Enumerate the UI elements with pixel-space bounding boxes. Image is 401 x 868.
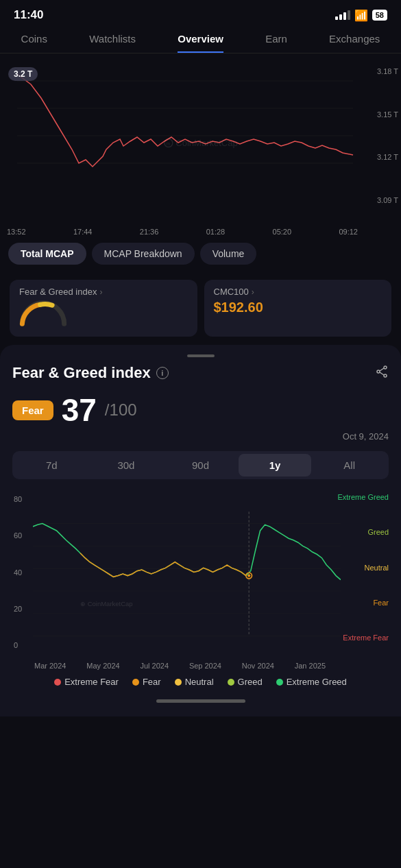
- fg-title-text: Fear & Greed index: [12, 364, 151, 382]
- chart-y-label-1: 3.18 T: [377, 67, 398, 75]
- cmc100-card[interactable]: CMC100 › $192.60: [204, 280, 392, 337]
- x-label-1: 17:44: [73, 228, 93, 236]
- chart-toggle-buttons: Total MCAP MCAP Breakdown Volume: [0, 236, 401, 272]
- score-row: Fear 37 /100: [12, 391, 389, 429]
- tab-watchlists[interactable]: Watchlists: [89, 33, 136, 53]
- price-chart-area: 3.2 T 3.18 T 3.15 T 3.12 T 3.09 T m Coin…: [0, 60, 401, 225]
- home-bar: [156, 699, 245, 703]
- cmc100-chevron-icon: ›: [252, 287, 254, 297]
- legend-label-extreme-greed: Extreme Greed: [287, 677, 347, 687]
- info-icon[interactable]: i: [156, 367, 169, 379]
- tab-1y[interactable]: 1y: [239, 454, 312, 477]
- svg-text:m: m: [166, 141, 170, 145]
- drag-handle[interactable]: [187, 354, 215, 357]
- cmc100-label: CMC100 ›: [214, 287, 382, 297]
- x-label-5: 09:12: [339, 228, 358, 236]
- svg-line-10: [380, 372, 384, 375]
- legend-dot-fear: [132, 679, 139, 686]
- label-greed: Greed: [327, 528, 389, 536]
- svg-point-7: [377, 370, 380, 373]
- legend-dot-extreme-fear: [54, 679, 61, 686]
- svg-point-19: [247, 574, 250, 577]
- time-range-tabs: 7d 30d 90d 1y All: [12, 451, 389, 479]
- label-neutral: Neutral: [327, 564, 389, 572]
- fg-x-1: May 2024: [86, 662, 119, 670]
- tab-90d[interactable]: 90d: [164, 454, 237, 477]
- label-fear: Fear: [327, 599, 389, 607]
- share-icon[interactable]: [375, 365, 389, 382]
- price-chart-svg: [7, 60, 363, 204]
- legend-greed: Greed: [228, 677, 263, 687]
- chart-y-label-2: 3.15 T: [377, 110, 398, 119]
- legend-dot-greed: [228, 679, 234, 686]
- chart-y-label-4: 3.09 T: [377, 196, 398, 204]
- price-chart-section: 3.2 T 3.18 T 3.15 T 3.12 T 3.09 T m Coin…: [0, 53, 401, 345]
- legend-label-extreme-fear: Extreme Fear: [64, 677, 119, 687]
- chart-legend: Extreme Fear Fear Neutral Greed Extreme …: [12, 677, 389, 687]
- legend-neutral: Neutral: [175, 677, 214, 687]
- fg-preview-label: Fear & Greed index ›: [19, 287, 188, 297]
- gauge-svg: [19, 300, 67, 327]
- label-extreme-greed: Extreme Greed: [327, 493, 389, 501]
- tab-overview[interactable]: Overview: [178, 33, 223, 53]
- wifi-icon: 📶: [354, 9, 368, 22]
- tab-coins[interactable]: Coins: [21, 33, 47, 53]
- fg-x-0: Mar 2024: [34, 662, 66, 670]
- fg-y-20: 20: [14, 605, 34, 613]
- fg-y-0: 0: [14, 641, 34, 649]
- x-label-0: 13:52: [7, 228, 26, 236]
- status-time: 11:40: [14, 8, 43, 22]
- fg-index-header: Fear & Greed index i: [12, 364, 389, 382]
- score-max: /100: [105, 400, 137, 420]
- chart-y-labels: 3.18 T 3.15 T 3.12 T 3.09 T: [377, 60, 398, 225]
- fg-x-labels: Mar 2024 May 2024 Jul 2024 Sep 2024 Nov …: [33, 662, 327, 670]
- tab-7d[interactable]: 7d: [15, 454, 88, 477]
- volume-button[interactable]: Volume: [200, 243, 257, 265]
- fg-right-labels: Extreme Greed Greed Neutral Fear Extreme…: [327, 492, 389, 643]
- fg-y-60: 60: [14, 531, 34, 540]
- fg-preview-card[interactable]: Fear & Greed index ›: [10, 280, 197, 337]
- total-mcap-button[interactable]: Total MCAP: [8, 243, 86, 265]
- fg-chart-svg: ⊕ CoinMarketCap: [33, 492, 341, 656]
- watermark: m CoinMarketCap: [163, 138, 237, 148]
- tab-all[interactable]: All: [313, 454, 386, 477]
- chart-value-label: 3.2 T: [8, 67, 38, 81]
- fear-badge: Fear: [12, 400, 53, 420]
- fg-y-labels: 80 60 40 20 0: [14, 492, 34, 670]
- svg-line-9: [380, 368, 384, 371]
- svg-point-6: [384, 366, 387, 369]
- fg-preview-row: Fear & Greed index › CMC100 › $192.60: [0, 272, 401, 345]
- fg-x-4: Nov 2024: [242, 662, 274, 670]
- fg-chart-container: 80 60 40 20 0: [12, 492, 389, 670]
- fg-title-container: Fear & Greed index i: [12, 364, 169, 382]
- fg-x-3: Sep 2024: [189, 662, 221, 670]
- legend-extreme-fear: Extreme Fear: [54, 677, 119, 687]
- legend-fear: Fear: [132, 677, 161, 687]
- nav-tabs: Coins Watchlists Overview Earn Exchanges: [0, 27, 401, 53]
- status-icons: 📶 58: [335, 9, 387, 22]
- signal-icon: [335, 10, 350, 20]
- mcap-breakdown-button[interactable]: MCAP Breakdown: [92, 243, 195, 265]
- fg-x-5: Jan 2025: [295, 662, 326, 670]
- legend-label-fear: Fear: [143, 677, 161, 687]
- x-label-4: 05:20: [273, 228, 292, 236]
- fg-y-80: 80: [14, 495, 34, 503]
- legend-extreme-greed: Extreme Greed: [276, 677, 347, 687]
- tab-earn[interactable]: Earn: [265, 33, 287, 53]
- svg-point-8: [384, 374, 387, 377]
- x-label-2: 21:36: [140, 228, 159, 236]
- chart-x-labels: 13:52 17:44 21:36 01:28 05:20 09:12: [0, 225, 363, 236]
- tab-30d[interactable]: 30d: [90, 454, 163, 477]
- bottom-sheet: Fear & Greed index i Fear 37 /100 Oct 9,…: [0, 345, 401, 716]
- fg-x-2: Jul 2024: [140, 662, 169, 670]
- score-date: Oct 9, 2024: [12, 431, 389, 442]
- legend-label-neutral: Neutral: [185, 677, 214, 687]
- legend-label-greed: Greed: [238, 677, 263, 687]
- label-extreme-fear: Extreme Fear: [327, 634, 389, 642]
- x-label-3: 01:28: [206, 228, 226, 236]
- chart-y-label-3: 3.12 T: [377, 153, 398, 161]
- status-bar: 11:40 📶 58: [0, 0, 401, 27]
- chevron-right-icon: ›: [99, 287, 102, 297]
- fg-y-40: 40: [14, 568, 34, 577]
- tab-exchanges[interactable]: Exchanges: [329, 33, 380, 53]
